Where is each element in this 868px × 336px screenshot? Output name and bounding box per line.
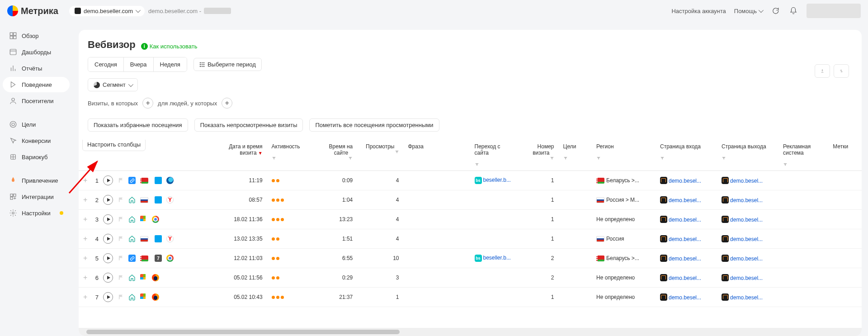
expand-row-button[interactable]: + [83,236,90,242]
sidebar-item-visitors[interactable]: Посетители [3,93,70,109]
entry-page-link[interactable]: demo.besel... [669,256,701,262]
exit-page-link[interactable]: demo.besel... [730,236,763,242]
col-time-on-site[interactable]: Время на сайте [329,143,353,156]
exit-page-link[interactable]: demo.besel... [730,197,763,203]
sidebar-item-behavior[interactable]: Поведение [3,77,70,92]
help-dropdown[interactable]: Помощь [734,8,762,14]
play-session-button[interactable] [103,195,113,205]
user-avatar[interactable] [807,4,861,18]
exit-page-link[interactable]: demo.besel... [730,256,763,262]
show-favorite-visits-button[interactable]: Показать избранные посещения [88,118,188,132]
period-week[interactable]: Неделя [154,57,187,71]
col-ad-system[interactable]: Рекламная система [783,143,811,156]
sidebar-item-varioqub[interactable]: Вариокуб [3,149,70,165]
referrer-link[interactable]: beseller.b... [483,177,511,183]
expand-row-button[interactable]: + [83,274,90,281]
col-datetime[interactable]: Дата и время визита [229,143,262,156]
col-entry[interactable]: Страница входа [660,143,701,150]
expand-row-button[interactable]: + [83,177,90,184]
entry-page-link[interactable]: demo.besel... [669,197,701,203]
bookmark-flag-icon[interactable] [118,255,124,261]
filter-icon[interactable] [475,162,479,167]
sidebar-item-reports[interactable]: Отчёты [3,61,70,76]
expand-row-button[interactable]: + [83,197,90,203]
col-phrase[interactable]: Фраза [408,143,424,150]
notifications-icon[interactable] [788,6,798,16]
bookmark-flag-icon[interactable] [118,274,124,281]
entry-page-link[interactable]: demo.besel... [669,217,701,223]
play-session-button[interactable] [103,273,113,283]
entry-page-link[interactable]: demo.besel... [669,294,701,301]
col-views[interactable]: Просмотры [366,143,394,150]
add-visit-filter-button[interactable]: + [142,98,153,109]
sidebar-item-conversions[interactable]: Конверсии [3,133,70,148]
entry-page-link[interactable]: demo.besel... [669,178,701,184]
bookmark-flag-icon[interactable] [118,216,124,222]
table-row: + 4 Y 13.02 13:35 1:51 4 1 Россия demo.b… [79,229,862,249]
col-activity[interactable]: Активность [272,143,300,150]
exit-page-link[interactable]: demo.besel... [730,275,763,281]
col-goals[interactable]: Цели [563,143,576,150]
cell-visit-number: 1 [520,171,559,190]
exit-page-link[interactable]: demo.besel... [730,294,763,301]
bookmark-flag-icon[interactable] [118,197,124,203]
svg-point-12 [12,212,14,214]
export-button[interactable] [815,64,830,78]
play-session-button[interactable] [103,292,113,302]
sidebar-item-goals[interactable]: Цели [3,117,70,132]
col-referrer[interactable]: Переход с сайта [475,143,500,156]
period-custom-button[interactable]: Выберите период [193,58,262,71]
exit-page-link[interactable]: demo.besel... [730,178,763,184]
period-today[interactable]: Сегодня [88,57,124,71]
bookmark-flag-icon[interactable] [118,236,124,242]
filter-icon[interactable] [348,156,353,161]
howto-link[interactable]: i Как использовать [141,43,198,50]
col-exit[interactable]: Страница выхода [722,143,766,150]
account-settings-link[interactable]: Настройка аккаунта [671,8,726,14]
add-people-filter-button[interactable]: + [222,98,232,109]
exit-page-link[interactable]: demo.besel... [730,217,763,223]
filter-icon[interactable] [722,156,726,161]
period-yesterday[interactable]: Вчера [124,57,154,71]
referrer-link[interactable]: beseller.b... [483,255,511,261]
configure-columns-button[interactable]: Настроить столбцы [82,140,146,151]
col-region[interactable]: Регион [596,143,614,150]
segment-button[interactable]: Сегмент [88,78,138,91]
show-unseen-visits-button[interactable]: Показать непросмотренные визиты [194,118,303,132]
filter-icon[interactable] [550,156,554,161]
sidebar-item-acquisition[interactable]: Привлечение [3,173,70,188]
expand-row-button[interactable]: + [83,216,90,222]
mark-all-seen-button[interactable]: Пометить все посещения просмотренными [309,118,439,132]
compare-button[interactable] [834,64,849,78]
cell-views: 10 [357,249,403,268]
filter-icon[interactable] [272,156,276,161]
play-session-button[interactable] [103,214,113,224]
brand-logo[interactable]: Метрика [7,5,58,16]
col-visit-no[interactable]: Номер визита [533,143,554,156]
filter-icon[interactable] [563,156,568,161]
row-number: 3 [94,216,99,223]
entry-page-link[interactable]: demo.besel... [669,275,701,281]
filter-icon[interactable] [395,150,399,154]
sidebar-item-label: Посетители [22,98,54,104]
bookmark-flag-icon[interactable] [118,294,124,300]
play-session-button[interactable] [103,175,113,185]
col-tags[interactable]: Метки [833,143,848,150]
expand-row-button[interactable]: + [83,294,90,300]
page-title: Вебвизор [88,39,136,51]
horizontal-scrollbar[interactable] [79,328,862,336]
play-session-button[interactable] [103,253,113,263]
sidebar-item-settings[interactable]: Настройки [3,205,70,221]
sidebar-item-integrations[interactable]: Интеграции [3,189,70,204]
filter-icon[interactable] [660,156,665,161]
expand-row-button[interactable]: + [83,255,90,261]
bookmark-flag-icon[interactable] [118,177,124,184]
feedback-icon[interactable] [770,6,780,16]
filter-icon[interactable] [596,156,601,161]
sidebar-item-overview[interactable]: Обзор [3,28,70,43]
play-session-button[interactable] [103,234,113,244]
site-switcher[interactable]: demo.beseller.com [69,6,145,16]
filter-icon[interactable] [783,162,788,167]
entry-page-link[interactable]: demo.besel... [669,236,701,242]
sidebar-item-dashboards[interactable]: Дашборды [3,44,70,60]
